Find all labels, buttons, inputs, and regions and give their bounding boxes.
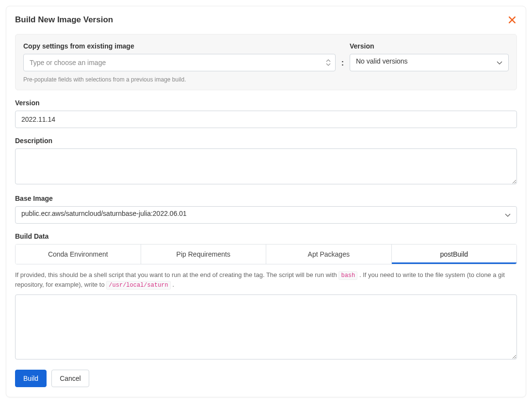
build-data-group: Build Data Conda Environment Pip Require… xyxy=(15,232,517,361)
copy-image-input[interactable] xyxy=(23,54,336,71)
action-row: Build Cancel xyxy=(15,370,517,387)
code-bash: bash xyxy=(339,271,357,280)
build-data-label: Build Data xyxy=(15,232,517,240)
tab-postbuild[interactable]: postBuild xyxy=(392,245,517,264)
tab-apt-packages[interactable]: Apt Packages xyxy=(266,245,392,264)
postbuild-textarea[interactable] xyxy=(15,294,517,359)
copy-settings-panel: Copy settings from existing image : Vers… xyxy=(15,34,517,90)
code-path: /usr/local/saturn xyxy=(106,281,170,290)
dialog-title: Build New Image Version xyxy=(15,15,113,25)
close-button[interactable] xyxy=(507,15,517,26)
base-image-select[interactable]: public.ecr.aws/saturncloud/saturnbase-ju… xyxy=(15,206,517,224)
copy-image-combobox[interactable] xyxy=(23,54,336,71)
cancel-button[interactable]: Cancel xyxy=(51,370,89,387)
separator-colon: : xyxy=(340,59,345,71)
description-group: Description xyxy=(15,137,517,186)
version-input[interactable] xyxy=(15,111,517,128)
copy-version-select[interactable]: No valid versions xyxy=(350,54,509,71)
build-data-tabs: Conda Environment Pip Requirements Apt P… xyxy=(15,244,517,264)
description-label: Description xyxy=(15,137,517,145)
base-image-group: Base Image public.ecr.aws/saturncloud/sa… xyxy=(15,195,517,224)
close-icon xyxy=(507,15,517,26)
build-button[interactable]: Build xyxy=(15,370,47,387)
copy-version-label: Version xyxy=(350,42,509,50)
dialog-header: Build New Image Version xyxy=(15,15,517,26)
version-group: Version xyxy=(15,99,517,128)
copy-help-text: Pre-populate fields with selections from… xyxy=(23,76,509,83)
copy-version-value: No valid versions xyxy=(350,54,509,71)
build-image-dialog: Build New Image Version Copy settings fr… xyxy=(6,6,526,397)
tab-conda-environment[interactable]: Conda Environment xyxy=(16,245,141,264)
tab-pip-requirements[interactable]: Pip Requirements xyxy=(141,245,267,264)
base-image-value: public.ecr.aws/saturncloud/saturnbase-ju… xyxy=(15,206,517,224)
version-label: Version xyxy=(15,99,517,107)
copy-image-label: Copy settings from existing image xyxy=(23,42,336,50)
base-image-label: Base Image xyxy=(15,195,517,202)
description-textarea[interactable] xyxy=(15,148,517,184)
postbuild-description: If provided, this should be a shell scri… xyxy=(15,270,517,290)
